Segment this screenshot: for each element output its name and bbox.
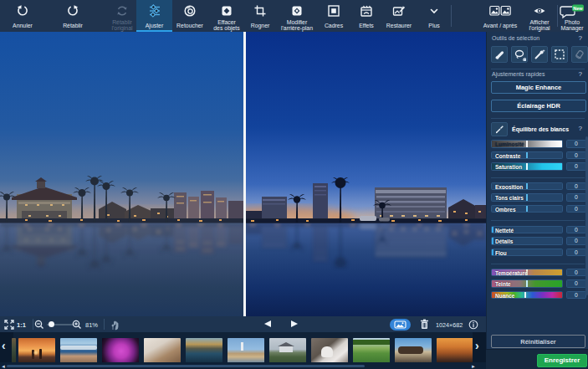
svg-text:New: New — [573, 6, 583, 11]
